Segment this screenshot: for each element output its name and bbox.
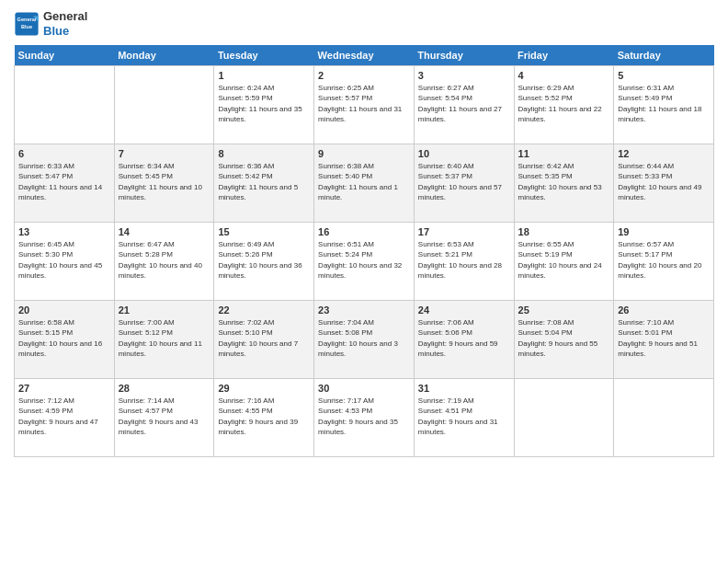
cell-2-6: 11Sunrise: 6:42 AMSunset: 5:35 PMDayligh…: [514, 144, 614, 223]
cell-5-1: 27Sunrise: 7:12 AMSunset: 4:59 PMDayligh…: [15, 379, 115, 457]
day-number: 9: [318, 148, 410, 159]
cell-info: Sunrise: 6:42 AMSunset: 5:35 PMDaylight:…: [518, 161, 610, 202]
cell-5-7: [614, 379, 714, 457]
day-number: 27: [18, 383, 110, 394]
day-number: 21: [119, 304, 210, 316]
cell-1-1: [15, 66, 115, 144]
cell-info: Sunrise: 6:34 AMSunset: 5:45 PMDaylight:…: [119, 161, 210, 202]
week-row-5: 27Sunrise: 7:12 AMSunset: 4:59 PMDayligh…: [15, 379, 714, 457]
cell-info: Sunrise: 6:25 AMSunset: 5:57 PMDaylight:…: [318, 83, 410, 124]
cell-info: Sunrise: 6:47 AMSunset: 5:28 PMDaylight:…: [119, 239, 210, 281]
day-number: 26: [618, 304, 710, 316]
week-row-1: 1Sunrise: 6:24 AMSunset: 5:59 PMDaylight…: [15, 66, 714, 144]
day-number: 13: [18, 226, 110, 237]
day-number: 1: [218, 70, 310, 81]
day-number: 30: [318, 383, 410, 394]
header-thursday: Thursday: [414, 45, 514, 66]
cell-3-4: 16Sunrise: 6:51 AMSunset: 5:24 PMDayligh…: [314, 223, 415, 301]
cell-3-7: 19Sunrise: 6:57 AMSunset: 5:17 PMDayligh…: [614, 223, 714, 301]
cell-info: Sunrise: 7:14 AMSunset: 4:57 PMDaylight:…: [119, 396, 210, 437]
cell-1-5: 3Sunrise: 6:27 AMSunset: 5:54 PMDaylight…: [414, 66, 514, 144]
cell-4-2: 21Sunrise: 7:00 AMSunset: 5:12 PMDayligh…: [114, 301, 214, 379]
cell-1-3: 1Sunrise: 6:24 AMSunset: 5:59 PMDaylight…: [214, 66, 314, 144]
cell-info: Sunrise: 6:33 AMSunset: 5:47 PMDaylight:…: [18, 161, 110, 202]
cell-info: Sunrise: 6:31 AMSunset: 5:49 PMDaylight:…: [618, 83, 710, 124]
calendar-table: Sunday Monday Tuesday Wednesday Thursday…: [14, 45, 714, 457]
cell-info: Sunrise: 6:38 AMSunset: 5:40 PMDaylight:…: [318, 161, 410, 202]
day-number: 2: [318, 70, 410, 81]
cell-3-5: 17Sunrise: 6:53 AMSunset: 5:21 PMDayligh…: [414, 223, 514, 301]
day-number: 6: [18, 148, 110, 159]
day-number: 24: [418, 304, 510, 316]
cell-info: Sunrise: 7:04 AMSunset: 5:08 PMDaylight:…: [318, 317, 410, 359]
day-number: 15: [218, 226, 310, 237]
day-number: 11: [518, 148, 610, 159]
logo-icon: General Blue: [14, 11, 40, 37]
cell-info: Sunrise: 6:58 AMSunset: 5:15 PMDaylight:…: [18, 317, 110, 359]
header-monday: Monday: [114, 45, 214, 66]
calendar-page: General Blue General Blue Sunday Monday …: [0, 0, 728, 563]
cell-2-2: 7Sunrise: 6:34 AMSunset: 5:45 PMDaylight…: [114, 144, 214, 223]
day-number: 17: [418, 226, 510, 237]
cell-info: Sunrise: 7:12 AMSunset: 4:59 PMDaylight:…: [18, 396, 110, 437]
cell-info: Sunrise: 6:29 AMSunset: 5:52 PMDaylight:…: [518, 83, 610, 124]
day-number: 19: [618, 226, 710, 237]
cell-5-6: [514, 379, 614, 457]
cell-info: Sunrise: 7:10 AMSunset: 5:01 PMDaylight:…: [618, 317, 710, 359]
day-number: 10: [418, 148, 510, 159]
header-tuesday: Tuesday: [214, 45, 314, 66]
week-row-4: 20Sunrise: 6:58 AMSunset: 5:15 PMDayligh…: [15, 301, 714, 379]
cell-info: Sunrise: 7:19 AMSunset: 4:51 PMDaylight:…: [418, 396, 510, 437]
day-number: 5: [618, 70, 710, 81]
day-number: 3: [418, 70, 510, 81]
day-number: 12: [618, 148, 710, 159]
cell-2-5: 10Sunrise: 6:40 AMSunset: 5:37 PMDayligh…: [414, 144, 514, 223]
cell-info: Sunrise: 7:02 AMSunset: 5:10 PMDaylight:…: [218, 317, 310, 359]
cell-4-6: 25Sunrise: 7:08 AMSunset: 5:04 PMDayligh…: [514, 301, 614, 379]
cell-1-4: 2Sunrise: 6:25 AMSunset: 5:57 PMDaylight…: [314, 66, 415, 144]
header-sunday: Sunday: [15, 45, 115, 66]
svg-text:Blue: Blue: [21, 23, 32, 29]
cell-info: Sunrise: 7:00 AMSunset: 5:12 PMDaylight:…: [119, 317, 210, 359]
logo-text: General Blue: [43, 9, 87, 38]
cell-3-6: 18Sunrise: 6:55 AMSunset: 5:19 PMDayligh…: [514, 223, 614, 301]
cell-info: Sunrise: 6:49 AMSunset: 5:26 PMDaylight:…: [218, 239, 310, 281]
cell-1-7: 5Sunrise: 6:31 AMSunset: 5:49 PMDaylight…: [614, 66, 714, 144]
day-number: 29: [218, 383, 310, 394]
cell-5-4: 30Sunrise: 7:17 AMSunset: 4:53 PMDayligh…: [314, 379, 415, 457]
day-number: 4: [518, 70, 610, 81]
cell-5-2: 28Sunrise: 7:14 AMSunset: 4:57 PMDayligh…: [114, 379, 214, 457]
header-saturday: Saturday: [614, 45, 714, 66]
day-number: 22: [218, 304, 310, 316]
cell-5-5: 31Sunrise: 7:19 AMSunset: 4:51 PMDayligh…: [414, 379, 514, 457]
week-row-2: 6Sunrise: 6:33 AMSunset: 5:47 PMDaylight…: [15, 144, 714, 223]
day-number: 31: [418, 383, 510, 394]
cell-1-6: 4Sunrise: 6:29 AMSunset: 5:52 PMDaylight…: [514, 66, 614, 144]
cell-info: Sunrise: 6:45 AMSunset: 5:30 PMDaylight:…: [18, 239, 110, 281]
cell-4-4: 23Sunrise: 7:04 AMSunset: 5:08 PMDayligh…: [314, 301, 415, 379]
cell-info: Sunrise: 6:55 AMSunset: 5:19 PMDaylight:…: [518, 239, 610, 281]
day-number: 7: [119, 148, 210, 159]
day-number: 23: [318, 304, 410, 316]
cell-4-7: 26Sunrise: 7:10 AMSunset: 5:01 PMDayligh…: [614, 301, 714, 379]
day-number: 20: [18, 304, 110, 316]
cell-info: Sunrise: 6:40 AMSunset: 5:37 PMDaylight:…: [418, 161, 510, 202]
cell-2-4: 9Sunrise: 6:38 AMSunset: 5:40 PMDaylight…: [314, 144, 415, 223]
cell-4-3: 22Sunrise: 7:02 AMSunset: 5:10 PMDayligh…: [214, 301, 314, 379]
cell-info: Sunrise: 6:36 AMSunset: 5:42 PMDaylight:…: [218, 161, 310, 202]
cell-3-1: 13Sunrise: 6:45 AMSunset: 5:30 PMDayligh…: [15, 223, 115, 301]
logo: General Blue General Blue: [14, 9, 87, 38]
week-row-3: 13Sunrise: 6:45 AMSunset: 5:30 PMDayligh…: [15, 223, 714, 301]
cell-2-3: 8Sunrise: 6:36 AMSunset: 5:42 PMDaylight…: [214, 144, 314, 223]
cell-info: Sunrise: 6:53 AMSunset: 5:21 PMDaylight:…: [418, 239, 510, 281]
cell-3-2: 14Sunrise: 6:47 AMSunset: 5:28 PMDayligh…: [114, 223, 214, 301]
cell-2-7: 12Sunrise: 6:44 AMSunset: 5:33 PMDayligh…: [614, 144, 714, 223]
header-wednesday: Wednesday: [314, 45, 415, 66]
day-number: 18: [518, 226, 610, 237]
cell-info: Sunrise: 7:08 AMSunset: 5:04 PMDaylight:…: [518, 317, 610, 359]
day-number: 28: [119, 383, 210, 394]
cell-info: Sunrise: 6:57 AMSunset: 5:17 PMDaylight:…: [618, 239, 710, 281]
header-row: Sunday Monday Tuesday Wednesday Thursday…: [15, 45, 714, 66]
cell-4-5: 24Sunrise: 7:06 AMSunset: 5:06 PMDayligh…: [414, 301, 514, 379]
day-number: 8: [218, 148, 310, 159]
